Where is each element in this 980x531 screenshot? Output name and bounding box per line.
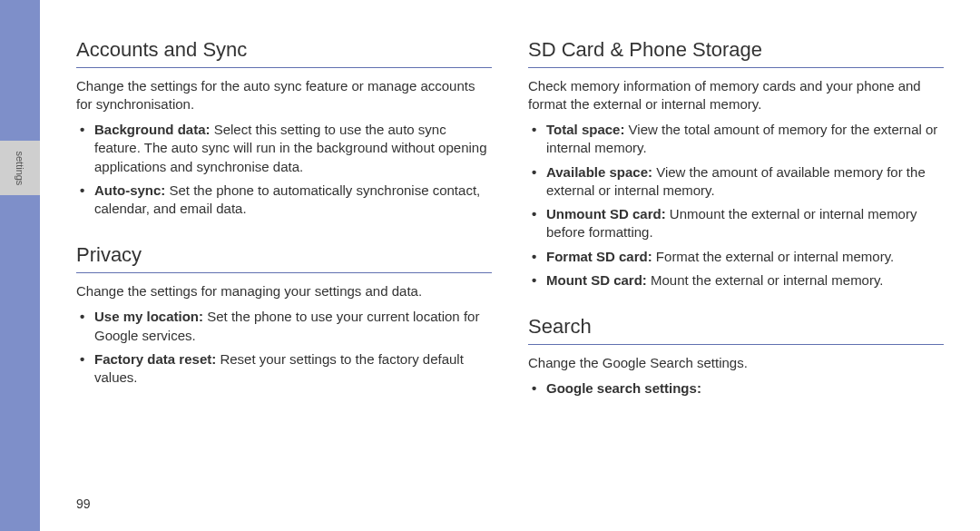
content: Accounts and Sync Change the settings fo…: [40, 0, 980, 531]
item-bold: Mount SD card:: [546, 272, 647, 288]
list-item: Available space: View the amount of avai…: [528, 163, 944, 201]
heading-sd-storage: SD Card & Phone Storage: [528, 36, 944, 68]
heading-accounts-sync: Accounts and Sync: [76, 36, 492, 68]
item-bold: Unmount SD card:: [546, 206, 666, 221]
item-bold: Available space:: [546, 164, 652, 180]
item-rest: Mount the external or internal memory.: [647, 272, 884, 288]
intro-privacy: Change the settings for managing your se…: [76, 282, 492, 300]
list-item: Use my location: Set the phone to use yo…: [76, 308, 492, 345]
item-bold: Auto-sync:: [94, 182, 165, 198]
list-privacy: Use my location: Set the phone to use yo…: [76, 308, 492, 392]
item-bold: Format SD card:: [546, 249, 652, 264]
item-bold: Background data:: [94, 122, 211, 137]
sidebar: settings: [0, 0, 40, 531]
sidebar-tab-label: settings: [14, 151, 27, 185]
intro-search: Change the Google Search settings.: [528, 354, 944, 372]
heading-search: Search: [528, 313, 944, 345]
intro-accounts-sync: Change the settings for the auto sync fe…: [76, 77, 492, 114]
list-item: Factory data reset: Reset your settings …: [76, 350, 492, 388]
item-bold: Total space:: [546, 122, 624, 137]
list-item: Mount SD card: Mount the external or int…: [528, 271, 944, 290]
list-search: Google search settings:: [528, 379, 944, 403]
list-item: Total space: View the total amount of me…: [528, 121, 944, 158]
right-column: SD Card & Phone Storage Check memory inf…: [528, 36, 944, 513]
list-item: Google search settings:: [528, 379, 944, 398]
intro-sd-storage: Check memory information of memory cards…: [528, 77, 944, 114]
list-item: Unmount SD card: Unmount the external or…: [528, 205, 944, 242]
list-accounts-sync: Background data: Select this setting to …: [76, 121, 492, 223]
list-sd-storage: Total space: View the total amount of me…: [528, 121, 944, 295]
left-column: Accounts and Sync Change the settings fo…: [76, 36, 492, 513]
list-item: Format SD card: Format the external or i…: [528, 248, 944, 266]
item-rest: Format the external or internal memory.: [652, 249, 894, 264]
sidebar-decor-top: [0, 0, 40, 141]
sidebar-tab-settings: settings: [0, 141, 40, 195]
item-bold: Google search settings:: [546, 380, 701, 396]
list-item: Background data: Select this setting to …: [76, 121, 492, 176]
page-number: 99: [76, 485, 492, 513]
list-item: Auto-sync: Set the phone to automaticall…: [76, 182, 492, 219]
heading-privacy: Privacy: [76, 241, 492, 273]
sidebar-decor-bottom: [0, 195, 40, 531]
item-bold: Use my location:: [94, 309, 203, 324]
item-bold: Factory data reset:: [94, 351, 216, 367]
